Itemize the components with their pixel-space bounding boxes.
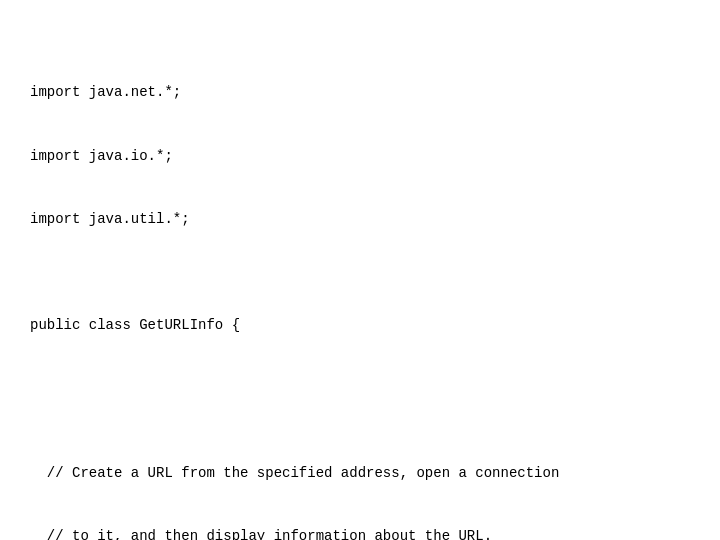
code-line-8: // Create a URL from the specified addre…: [30, 463, 690, 485]
code-line-2: import java.io.*;: [30, 146, 690, 168]
code-line-3: import java.util.*;: [30, 209, 690, 231]
code-line-5: public class GetURLInfo {: [30, 315, 690, 337]
code-line-9: // to it, and then display information a…: [30, 526, 690, 540]
code-line-1: import java.net.*;: [30, 82, 690, 104]
code-block: import java.net.*; import java.io.*; imp…: [0, 0, 720, 540]
